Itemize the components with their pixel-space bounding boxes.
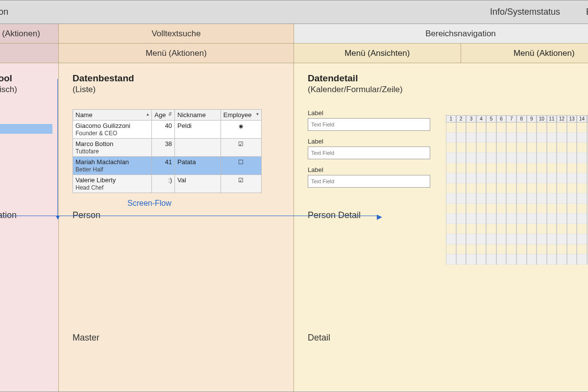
cal-cell[interactable]: [477, 254, 486, 265]
cal-cell[interactable]: [557, 254, 566, 265]
cal-cell[interactable]: [507, 133, 516, 143]
cal-cell[interactable]: [547, 234, 557, 245]
cal-cell[interactable]: [446, 133, 456, 143]
cal-cell[interactable]: [537, 204, 546, 214]
cal-day-header[interactable]: 8: [516, 115, 527, 122]
cal-cell[interactable]: [517, 122, 526, 133]
cal-cell[interactable]: [567, 224, 577, 234]
data-table[interactable]: Name▴ Age⇵ Nickname Employee▾ Giacomo Gu…: [73, 109, 262, 193]
cal-cell[interactable]: [517, 254, 526, 265]
cal-cell[interactable]: [507, 163, 516, 173]
cal-cell[interactable]: [466, 163, 476, 173]
table-row[interactable]: Mariah MaclachlanBetter Half41Patata: [73, 157, 262, 175]
cal-day-column[interactable]: [516, 122, 527, 265]
table-row[interactable]: Giacomo GuilizzoniFounder & CEO40Peldi: [73, 121, 262, 139]
cal-cell[interactable]: [507, 214, 516, 224]
cal-cell[interactable]: [547, 214, 557, 224]
cal-cell[interactable]: [517, 204, 526, 214]
cal-cell[interactable]: [547, 143, 557, 153]
cal-cell[interactable]: [487, 194, 496, 204]
cal-day-column[interactable]: [567, 122, 577, 265]
cal-cell[interactable]: [577, 143, 587, 153]
cal-cell[interactable]: [527, 163, 537, 173]
cell-employee[interactable]: [220, 157, 261, 175]
cal-day-column[interactable]: [506, 122, 516, 265]
cal-cell[interactable]: [567, 183, 577, 194]
cal-cell[interactable]: [557, 173, 566, 184]
cal-cell[interactable]: [517, 143, 526, 153]
cal-cell[interactable]: [477, 143, 486, 153]
cal-cell[interactable]: [537, 254, 546, 265]
cal-cell[interactable]: [477, 163, 486, 173]
cal-cell[interactable]: [577, 214, 587, 224]
cal-cell[interactable]: [577, 224, 587, 234]
cal-day-header[interactable]: 11: [547, 115, 557, 122]
cal-cell[interactable]: [517, 163, 526, 173]
cal-day-header[interactable]: 3: [466, 115, 476, 122]
cal-cell[interactable]: [466, 133, 476, 143]
cal-cell[interactable]: [487, 254, 496, 265]
cal-day-column[interactable]: [486, 122, 496, 265]
cal-cell[interactable]: [477, 214, 486, 224]
cal-cell[interactable]: [507, 173, 516, 184]
cal-cell[interactable]: [477, 122, 486, 133]
cal-cell[interactable]: [567, 194, 577, 204]
user-label[interactable]: Benutzer: [586, 7, 588, 17]
text-field[interactable]: [308, 118, 430, 131]
cal-cell[interactable]: [477, 224, 486, 234]
cal-cell[interactable]: [457, 173, 466, 184]
cal-cell[interactable]: [507, 234, 516, 245]
cal-cell[interactable]: [446, 163, 456, 173]
cal-cell[interactable]: [577, 122, 587, 133]
cal-cell[interactable]: [517, 214, 526, 224]
col-age[interactable]: Age⇵: [152, 110, 175, 121]
cal-cell[interactable]: [457, 194, 466, 204]
cal-day-header[interactable]: 6: [496, 115, 507, 122]
cal-cell[interactable]: [446, 143, 456, 153]
cal-cell[interactable]: [517, 234, 526, 245]
cell-employee[interactable]: [220, 139, 261, 157]
cal-cell[interactable]: [457, 204, 466, 214]
cal-cell[interactable]: [527, 153, 537, 163]
cal-cell[interactable]: [487, 204, 496, 214]
cal-cell[interactable]: [547, 122, 557, 133]
cal-day-column[interactable]: [456, 122, 466, 265]
cal-cell[interactable]: [517, 194, 526, 204]
cal-day-header[interactable]: 12: [557, 115, 567, 122]
cal-cell[interactable]: [547, 254, 557, 265]
cal-cell[interactable]: [497, 153, 506, 163]
cal-cell[interactable]: [537, 153, 546, 163]
cal-cell[interactable]: [446, 204, 456, 214]
cal-cell[interactable]: [507, 194, 516, 204]
cal-cell[interactable]: [477, 173, 486, 184]
cal-cell[interactable]: [477, 153, 486, 163]
cal-cell[interactable]: [497, 143, 506, 153]
cal-cell[interactable]: [577, 194, 587, 204]
cal-cell[interactable]: [547, 173, 557, 184]
cal-cell[interactable]: [466, 183, 476, 194]
cal-cell[interactable]: [557, 224, 566, 234]
cal-cell[interactable]: [567, 122, 577, 133]
cal-cell[interactable]: [537, 194, 546, 204]
cal-cell[interactable]: [517, 153, 526, 163]
cal-cell[interactable]: [487, 224, 496, 234]
cal-cell[interactable]: [487, 234, 496, 245]
cal-cell[interactable]: [527, 122, 537, 133]
cal-cell[interactable]: [547, 194, 557, 204]
cal-cell[interactable]: [577, 204, 587, 214]
cal-cell[interactable]: [557, 163, 566, 173]
cal-cell[interactable]: [517, 183, 526, 194]
menu-actions-a[interactable]: Menü (Aktionen): [0, 24, 59, 43]
cal-cell[interactable]: [466, 214, 476, 224]
cal-cell[interactable]: [547, 224, 557, 234]
cal-cell[interactable]: [446, 234, 456, 245]
tree-item[interactable]: Ebene 2: [0, 149, 52, 159]
cal-cell[interactable]: [487, 133, 496, 143]
cal-cell[interactable]: [497, 224, 506, 234]
cal-cell[interactable]: [466, 194, 476, 204]
cal-cell[interactable]: [527, 234, 537, 245]
cal-cell[interactable]: [466, 224, 476, 234]
cal-cell[interactable]: [517, 224, 526, 234]
cal-cell[interactable]: [547, 133, 557, 143]
cal-cell[interactable]: [497, 133, 506, 143]
